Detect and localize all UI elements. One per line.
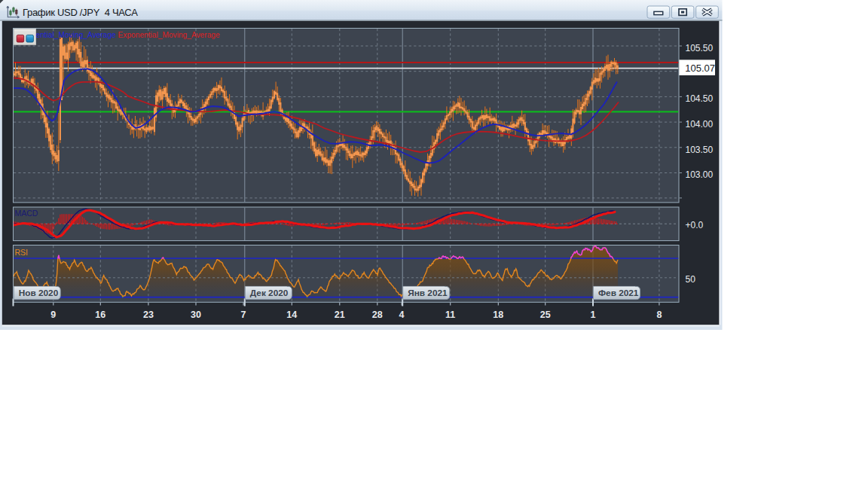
svg-text:30: 30 <box>191 310 201 320</box>
svg-text:RSI: RSI <box>15 248 29 257</box>
svg-text:1: 1 <box>590 310 595 320</box>
svg-text:105.07: 105.07 <box>685 63 715 74</box>
svg-text:9: 9 <box>50 310 56 320</box>
svg-text:103.00: 103.00 <box>686 169 714 180</box>
svg-text:+0.0: +0.0 <box>686 220 704 230</box>
svg-text:23: 23 <box>143 310 154 320</box>
svg-text:25: 25 <box>540 310 551 320</box>
svg-text:16: 16 <box>95 310 105 320</box>
svg-text:График USD /JPY 4 ЧАСА: График USD /JPY 4 ЧАСА <box>23 7 138 18</box>
svg-text:8: 8 <box>656 310 662 320</box>
svg-text:7: 7 <box>241 310 246 320</box>
svg-text:Дек 2020: Дек 2020 <box>250 288 289 298</box>
svg-text:21: 21 <box>335 310 345 320</box>
svg-text:103.50: 103.50 <box>686 145 714 155</box>
svg-text:Нов 2020: Нов 2020 <box>19 288 59 298</box>
svg-text:104.50: 104.50 <box>686 93 714 104</box>
svg-text:4: 4 <box>399 310 405 320</box>
svg-text:Янв 2021: Янв 2021 <box>408 288 448 298</box>
svg-text:Exponential_Moving_Average: Exponential_Moving_Average <box>118 31 221 39</box>
svg-text:11: 11 <box>445 310 455 320</box>
svg-text:50: 50 <box>686 274 696 285</box>
svg-text:Фев 2021: Фев 2021 <box>598 288 639 298</box>
svg-text:28: 28 <box>372 310 383 320</box>
svg-text:18: 18 <box>493 310 503 320</box>
svg-text:ential_Moving_Average: ential_Moving_Average <box>36 31 117 39</box>
svg-text:14: 14 <box>286 310 297 320</box>
svg-text:105.50: 105.50 <box>686 43 714 53</box>
svg-text:104.00: 104.00 <box>686 119 714 130</box>
svg-text:MACD: MACD <box>15 209 38 218</box>
